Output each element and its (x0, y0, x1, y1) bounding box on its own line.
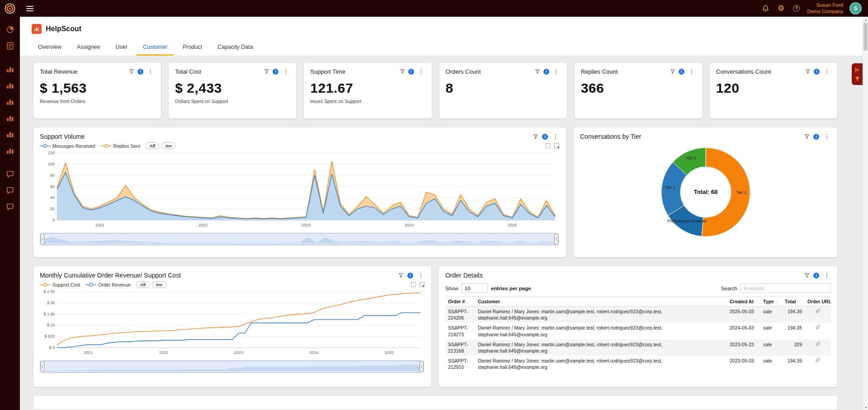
legend-toggle-inv[interactable]: Inv (161, 142, 176, 149)
info-icon[interactable]: i (408, 69, 414, 75)
column-header-total[interactable]: Total↕ (782, 297, 805, 306)
svg-text:2024: 2024 (405, 223, 414, 227)
page-scrollbar[interactable]: ▲ ▼ (863, 17, 868, 410)
filter-icon[interactable] (670, 69, 675, 74)
user-block[interactable]: Susan Ford Demo Company (807, 2, 843, 14)
kpi-card-total-cost: Total Costi⋮ $ 2,433 Dollars Spent on Su… (169, 63, 296, 118)
info-icon[interactable]: i (542, 134, 548, 140)
gear-icon[interactable]: ⚙ (777, 4, 786, 13)
column-header-order-[interactable]: Order #↕ (445, 297, 475, 306)
bar-chart-icon[interactable] (4, 63, 16, 75)
svg-text:2022: 2022 (198, 223, 208, 227)
app-logo[interactable] (4, 3, 16, 14)
info-icon[interactable]: i (407, 273, 413, 278)
info-icon[interactable]: i (814, 69, 820, 75)
filter-flyout-button[interactable] (852, 63, 863, 85)
kebab-menu-icon[interactable]: ⋮ (417, 68, 425, 75)
tab-user[interactable]: User (109, 40, 134, 56)
table-row[interactable]: SSAPPT-224206 Daniel Ramirez / Mary Jone… (445, 306, 831, 323)
legend-item[interactable]: Replies Sent (101, 143, 141, 149)
legend-toggle-inv[interactable]: Inv (152, 281, 166, 288)
kebab-menu-icon[interactable]: ⋮ (282, 68, 290, 75)
column-header-type[interactable]: Type↕ (760, 297, 782, 306)
kpi-value: 366 (581, 80, 696, 96)
lasso-select-icon[interactable] (419, 282, 425, 287)
bar-chart-icon[interactable] (4, 144, 16, 157)
kebab-menu-icon[interactable]: ⋮ (552, 68, 561, 75)
bar-chart-icon[interactable] (4, 112, 16, 124)
info-icon[interactable]: i (813, 134, 819, 140)
filter-icon[interactable] (398, 273, 404, 278)
kebab-menu-icon[interactable]: ⋮ (823, 272, 831, 278)
table-row[interactable]: SSAPPT-213168 Daniel Ramirez / Mary Jone… (445, 339, 831, 356)
support-volume-chart[interactable]: 02040608010012020212022202320242025 (40, 149, 559, 228)
info-icon[interactable]: i (137, 69, 143, 75)
chat-icon[interactable] (4, 168, 16, 180)
info-icon[interactable]: i (813, 273, 819, 278)
scrollbar-thumb[interactable] (863, 23, 868, 51)
order-url-link-icon[interactable] (816, 341, 821, 346)
filter-icon[interactable] (535, 69, 540, 74)
menu-toggle-icon[interactable] (26, 6, 33, 11)
filter-icon[interactable] (804, 134, 810, 139)
order-url-link-icon[interactable] (816, 358, 821, 363)
chat-icon[interactable] (4, 184, 16, 197)
legend-toggle-all[interactable]: All (146, 142, 159, 149)
report-icon[interactable] (4, 39, 16, 52)
box-select-icon[interactable] (410, 282, 416, 287)
tab-customer[interactable]: Customer (137, 40, 174, 56)
bell-icon[interactable] (761, 4, 770, 13)
kebab-menu-icon[interactable]: ⋮ (823, 68, 831, 75)
legend-item[interactable]: Messages Received (40, 143, 95, 149)
bar-chart-icon[interactable] (4, 79, 16, 92)
tab-capacity-data[interactable]: Capacity Data (211, 40, 259, 56)
svg-text:2023: 2023 (302, 223, 311, 227)
tab-assignee[interactable]: Assignee (71, 40, 106, 56)
kebab-menu-icon[interactable]: ⋮ (146, 68, 155, 75)
avatar[interactable]: S (849, 2, 862, 14)
order-url-link-icon[interactable] (816, 308, 821, 313)
legend-toggle-all[interactable]: All (136, 281, 150, 288)
search-input[interactable] (741, 283, 831, 293)
table-row[interactable]: SSAPPT-212910 Daniel Ramirez / Mary Jone… (445, 356, 831, 372)
bar-chart-icon[interactable] (4, 128, 16, 141)
column-header-customer[interactable]: Customer↕ (475, 297, 727, 306)
pie-chart-icon[interactable] (4, 23, 16, 36)
tab-product[interactable]: Product (176, 40, 208, 56)
tab-overview[interactable]: Overview (32, 40, 68, 56)
scroll-up-arrow[interactable]: ▲ (863, 17, 868, 22)
column-header-order-url[interactable]: Order URL (805, 297, 831, 306)
filter-icon[interactable] (264, 69, 269, 74)
scroll-down-arrow[interactable]: ▼ (863, 405, 868, 410)
user-name: Susan Ford (807, 2, 843, 8)
info-icon[interactable]: i (679, 69, 684, 75)
info-icon[interactable]: i (543, 69, 549, 75)
monthly-brush[interactable] (40, 360, 424, 373)
svg-text:120: 120 (48, 151, 55, 155)
bar-chart-icon[interactable] (4, 95, 16, 108)
lasso-select-icon[interactable] (554, 143, 560, 149)
kebab-menu-icon[interactable]: ⋮ (688, 68, 696, 75)
filter-icon[interactable] (805, 69, 811, 74)
kebab-menu-icon[interactable]: ⋮ (552, 133, 560, 140)
filter-icon[interactable] (400, 69, 405, 74)
order-url-link-icon[interactable] (816, 325, 821, 330)
filter-icon[interactable] (533, 134, 538, 139)
support-volume-brush[interactable] (40, 233, 559, 245)
legend-item[interactable]: Support Cost (40, 282, 80, 287)
page-size-input[interactable] (462, 283, 488, 293)
kebab-menu-icon[interactable]: ⋮ (417, 272, 425, 278)
svg-text:100: 100 (48, 162, 55, 166)
box-select-icon[interactable] (545, 143, 551, 149)
tier-donut-chart[interactable]: Tier 1Professional ServicesTier 2Tier 3T… (655, 141, 757, 243)
help-icon[interactable]: ? (792, 4, 801, 13)
column-header-created-at[interactable]: Created At↕ (727, 297, 760, 306)
table-row[interactable]: SSAPPT-218273 Daniel Ramirez / Mary Jone… (445, 323, 831, 339)
kebab-menu-icon[interactable]: ⋮ (823, 133, 831, 140)
legend-item[interactable]: Order Revenue (85, 282, 131, 287)
monthly-chart[interactable]: $ 0$ 500$ 1k$ 1.5k$ 2k$ 2.5k202120222023… (40, 288, 424, 356)
filter-icon[interactable] (804, 273, 810, 278)
chat-icon[interactable] (4, 200, 16, 213)
info-icon[interactable]: i (273, 69, 278, 75)
filter-icon[interactable] (129, 69, 134, 74)
